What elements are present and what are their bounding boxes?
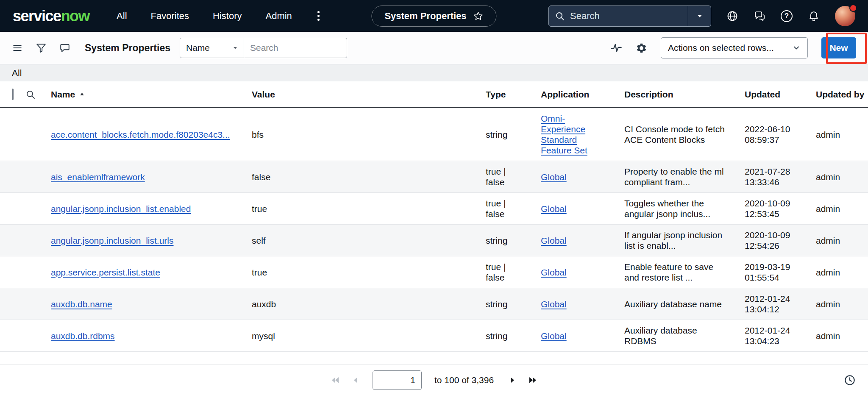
column-header-type[interactable]: Type: [486, 81, 541, 108]
list-title: System Properties: [85, 42, 170, 54]
breadcrumb: All: [0, 64, 868, 81]
list-activity-icon[interactable]: [610, 42, 622, 54]
row-updated-cell: 2012-01-24 13:04:23: [745, 320, 816, 352]
chat-icon[interactable]: [754, 10, 765, 22]
logo-service-text: service: [13, 7, 61, 25]
pagination-range-text: to 100 of 3,396: [434, 375, 494, 385]
context-pill-label: System Properties: [384, 11, 466, 22]
search-field-select[interactable]: Name: [180, 38, 244, 58]
row-value-cell: auxdb: [252, 288, 486, 320]
property-name-link[interactable]: ace.content_blocks.fetch.mode.f80203e4c3…: [51, 130, 230, 139]
application-link[interactable]: Global: [541, 331, 567, 341]
table-header: Name Value Type Application Description …: [0, 81, 868, 108]
row-updated-cell: 2012-01-24 13:04:12: [745, 288, 816, 320]
nav-item-admin[interactable]: Admin: [266, 11, 292, 22]
property-name-link[interactable]: app.service.persist.list.state: [51, 267, 160, 277]
user-avatar[interactable]: [835, 6, 855, 26]
column-header-value[interactable]: Value: [252, 81, 486, 108]
help-icon[interactable]: ?: [781, 10, 793, 22]
row-select-cell: [0, 161, 25, 193]
actions-on-rows-select[interactable]: Actions on selected rows...: [661, 37, 808, 58]
column-header-updated[interactable]: Updated: [745, 81, 816, 108]
context-pill-system-properties[interactable]: System Properties: [371, 6, 496, 27]
primary-nav: All Favorites History Admin: [117, 9, 321, 22]
row-value-cell: mysql: [252, 320, 486, 352]
breadcrumb-all[interactable]: All: [12, 68, 22, 78]
row-updated-cell: 2020-10-09 12:53:45: [745, 193, 816, 225]
row-application-cell: Omni-Experience Standard Feature Set: [541, 108, 624, 161]
list-refresh-timer-icon[interactable]: [843, 374, 856, 387]
row-description-cell: Auxiliary database RDBMS: [624, 320, 745, 352]
application-link[interactable]: Global: [541, 172, 567, 182]
search-icon: [555, 11, 565, 21]
list-search-input[interactable]: [244, 38, 347, 58]
row-description-cell: Auxiliary database name: [624, 288, 745, 320]
more-menu-icon[interactable]: [316, 9, 321, 22]
row-info-cell: [25, 320, 51, 352]
row-select-cell: [0, 320, 25, 352]
first-page-button[interactable]: [330, 375, 340, 385]
nav-item-favorites[interactable]: Favorites: [151, 11, 189, 22]
application-link[interactable]: Global: [541, 267, 567, 278]
logo-now-text: now: [61, 7, 89, 25]
globe-icon[interactable]: [726, 10, 738, 22]
last-page-button[interactable]: [528, 375, 538, 385]
previous-page-button[interactable]: [351, 375, 361, 385]
list-menu-icon[interactable]: [12, 42, 23, 53]
application-link[interactable]: Global: [541, 235, 567, 246]
row-updated-by-cell: admin: [816, 320, 868, 352]
row-name-cell: angular.jsonp.inclusion_list.urls: [51, 225, 252, 256]
row-updated-by-cell: admin: [816, 288, 868, 320]
property-name-link[interactable]: auxdb.db.rdbms: [51, 331, 115, 341]
column-header-updated-by[interactable]: Updated by: [816, 81, 868, 108]
favorite-star-icon[interactable]: [473, 11, 484, 21]
new-button[interactable]: New: [821, 37, 856, 58]
row-select-cell: [0, 108, 25, 161]
property-name-link[interactable]: angular.jsonp.inclusion_list.urls: [51, 236, 174, 245]
search-scope-dropdown[interactable]: [688, 6, 711, 26]
servicenow-logo[interactable]: servicenow: [13, 7, 89, 25]
row-type-cell: true | false: [486, 161, 541, 193]
column-header-application[interactable]: Application: [541, 81, 624, 108]
row-name-cell: auxdb.db.rdbms: [51, 320, 252, 352]
next-page-button[interactable]: [507, 375, 517, 385]
row-updated-by-cell: admin: [816, 256, 868, 288]
search-field-select-value: Name: [186, 43, 210, 53]
global-search-box[interactable]: [548, 6, 711, 27]
row-updated-by-cell: admin: [816, 161, 868, 193]
list-comments-icon[interactable]: [59, 42, 70, 53]
column-search-cell: [25, 81, 51, 108]
column-search-icon[interactable]: [25, 89, 51, 100]
global-search-input[interactable]: [570, 11, 688, 22]
top-nav-right-cluster: ?: [548, 6, 855, 27]
help-glyph: ?: [785, 12, 789, 20]
application-link[interactable]: Global: [541, 299, 567, 309]
notifications-bell-icon[interactable]: [808, 10, 820, 22]
application-link[interactable]: Omni-Experience Standard Feature Set: [541, 113, 592, 156]
column-header-description[interactable]: Description: [624, 81, 745, 108]
nav-item-history[interactable]: History: [213, 11, 242, 22]
table-row: app.service.persist.list.state true true…: [0, 256, 868, 288]
property-name-link[interactable]: angular.jsonp.inclusion_list.enabled: [51, 204, 191, 214]
row-type-cell: true | false: [486, 193, 541, 225]
list-settings-gear-icon[interactable]: [636, 42, 647, 54]
property-name-link[interactable]: ais_enablemlframework: [51, 172, 145, 182]
select-all-checkbox[interactable]: [12, 89, 14, 100]
filter-funnel-icon[interactable]: [36, 42, 47, 53]
row-application-cell: Global: [541, 320, 624, 352]
notification-badge: [849, 4, 857, 12]
sort-ascending-icon: [79, 91, 85, 97]
row-name-cell: ace.content_blocks.fetch.mode.f80203e4c3…: [51, 108, 252, 161]
select-all-cell: [0, 81, 25, 108]
row-value-cell: false: [252, 161, 486, 193]
page-number-input[interactable]: [373, 370, 422, 390]
toolbar-right-cluster: Actions on selected rows... New: [610, 37, 856, 58]
row-updated-cell: 2021-07-28 13:33:46: [745, 161, 816, 193]
row-updated-by-cell: admin: [816, 225, 868, 256]
row-info-cell: [25, 288, 51, 320]
application-link[interactable]: Global: [541, 203, 567, 214]
row-select-cell: [0, 256, 25, 288]
column-header-name[interactable]: Name: [51, 81, 252, 108]
nav-item-all[interactable]: All: [117, 11, 127, 22]
property-name-link[interactable]: auxdb.db.name: [51, 299, 112, 309]
